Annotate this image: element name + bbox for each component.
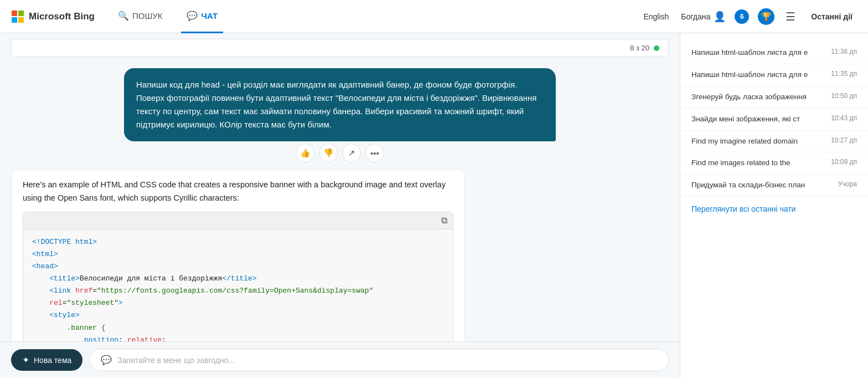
svg-rect-3 (18, 17, 24, 23)
sidebar-item-text-2: Згенеруй будь ласка зображення (691, 92, 831, 103)
sidebar-item-4[interactable]: Find my imagine related domain 10:27 дп (680, 131, 868, 153)
badge-count[interactable]: 6 (735, 9, 749, 24)
code-line: .banner { (32, 322, 444, 334)
input-icon: 💬 (101, 355, 112, 365)
language-button[interactable]: English (640, 10, 672, 23)
sidebar-item-2[interactable]: Згенеруй будь ласка зображення 10:50 дп (680, 86, 868, 109)
code-block: ⧉ <!DOCTYPE html> <html> <head> <title>В… (23, 212, 453, 341)
nav-chat-label: ЧАТ (201, 11, 218, 21)
chat-icon: 💬 (187, 11, 198, 21)
logo-text: Microsoft Bing (29, 11, 95, 22)
nav-search-label: ПОШУК (132, 11, 162, 21)
sidebar-item-text-1: Напиши html-шаблон листа для е (691, 70, 831, 80)
user-message-text: Напиши код для head - цей розділ має виг… (136, 80, 536, 129)
username-label: Богдана (681, 12, 710, 21)
counter-bar: 8 з 20 (11, 39, 669, 57)
counter-text: 8 з 20 (630, 44, 649, 52)
sparkle-icon: ✦ (22, 355, 29, 365)
thumbs-up-button[interactable]: 👍 (296, 144, 314, 162)
sidebar-item-6[interactable]: Придумай та склади-бізнес план Учора (680, 175, 868, 197)
new-topic-button[interactable]: ✦ Нова тема (11, 349, 82, 371)
code-content[interactable]: <!DOCTYPE html> <html> <head> <title>Вел… (23, 229, 453, 341)
svg-rect-1 (18, 11, 24, 16)
microsoft-logo-icon (11, 10, 24, 23)
ai-intro-text: Here's an example of HTML and CSS code t… (23, 178, 453, 205)
code-line: rel="stylesheet"> (32, 297, 444, 309)
chat-messages: Напиши код для head - цей розділ має виг… (0, 59, 680, 341)
sidebar-item-time-0: 11:36 дп (831, 48, 857, 55)
sidebar-item-time-3: 10:43 дп (831, 114, 857, 122)
user-profile-icon: 👤 (714, 11, 726, 23)
header-right: English Богдана 👤 6 🏆 ☰ Останні дії (640, 8, 857, 25)
main-layout: 8 з 20 Напиши код для head - цей розділ … (0, 33, 868, 378)
nav-chat[interactable]: 💬 ЧАТ (181, 0, 223, 33)
code-line: position: relative; (32, 334, 444, 341)
sidebar-item-5[interactable]: Find me images related to the 10:09 дп (680, 152, 868, 175)
sidebar-item-text-0: Напиши html-шаблон листа для е (691, 48, 831, 58)
sidebar-item-time-5: 10:09 дп (831, 158, 857, 166)
more-options-button[interactable]: ••• (365, 144, 384, 162)
user-area[interactable]: Богдана 👤 (681, 11, 726, 23)
hamburger-button[interactable]: ☰ (783, 8, 798, 25)
code-line: <head> (32, 260, 444, 273)
sidebar-item-time-4: 10:27 дп (831, 136, 857, 144)
ai-response: Here's an example of HTML and CSS code t… (11, 169, 465, 341)
svg-rect-0 (12, 11, 17, 16)
copy-code-button[interactable]: ⧉ (441, 216, 447, 226)
sidebar-item-0[interactable]: Напиши html-шаблон листа для е 11:36 дп (680, 42, 868, 64)
last-actions-button[interactable]: Останні дії (807, 10, 857, 23)
input-placeholder: Запитайте в мене що завгодно... (117, 356, 235, 365)
sidebar-item-time-1: 11:35 дп (831, 70, 857, 78)
sidebar-item-text-5: Find me images related to the (691, 158, 831, 168)
code-line: <style> (32, 309, 444, 321)
view-all-chats-link[interactable]: Переглянути всі останні чати (680, 197, 868, 221)
chat-bottom: ✦ Нова тема 💬 Запитайте в мене що завгод… (0, 341, 680, 378)
code-line: <link href="https://fonts.googleapis.com… (32, 285, 444, 297)
code-line: <html> (32, 248, 444, 260)
share-button[interactable]: ↗ (342, 144, 361, 162)
header: Microsoft Bing 🔍 ПОШУК 💬 ЧАТ English Бог… (0, 0, 868, 33)
message-actions: 👍 👎 ↗ ••• (11, 144, 669, 162)
nav-search[interactable]: 🔍 ПОШУК (112, 0, 168, 33)
new-topic-label: Нова тема (34, 356, 71, 365)
search-icon: 🔍 (118, 11, 129, 21)
code-line: <!DOCTYPE html> (32, 236, 444, 248)
sidebar-item-3[interactable]: Знайди мені зображення, які ст 10:43 дп (680, 109, 868, 131)
svg-rect-2 (12, 17, 17, 23)
sidebar-item-time-6: Учора (838, 180, 857, 188)
logo-area[interactable]: Microsoft Bing (11, 10, 95, 23)
green-status-dot (654, 45, 659, 51)
sidebar-item-text-4: Find my imagine related domain (691, 136, 831, 147)
chat-area: 8 з 20 Напиши код для head - цей розділ … (0, 33, 680, 378)
sidebar: Напиши html-шаблон листа для е 11:36 дп … (680, 33, 868, 378)
code-block-header: ⧉ (23, 212, 453, 229)
thumbs-down-button[interactable]: 👎 (319, 144, 338, 162)
code-line: <title>Велосипеди для міста і бездоріжжя… (32, 273, 444, 285)
sidebar-item-text-3: Знайди мені зображення, які ст (691, 114, 831, 125)
user-message-bubble: Напиши код для head - цей розділ має виг… (124, 68, 556, 141)
sidebar-item-time-2: 10:50 дп (831, 92, 857, 100)
sidebar-item-1[interactable]: Напиши html-шаблон листа для е 11:35 дп (680, 64, 868, 86)
sidebar-item-text-6: Придумай та склади-бізнес план (691, 180, 838, 191)
chat-input-bar[interactable]: 💬 Запитайте в мене що завгодно... (89, 349, 669, 371)
reward-icon[interactable]: 🏆 (758, 8, 774, 25)
